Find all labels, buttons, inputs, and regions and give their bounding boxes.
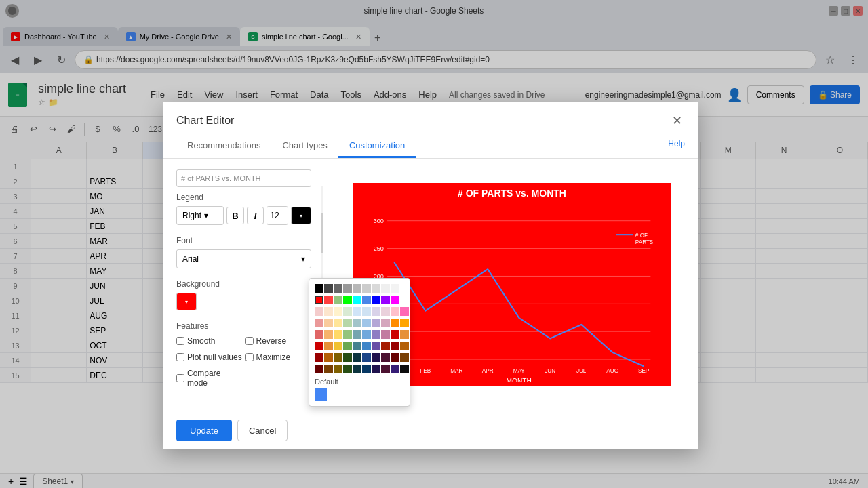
color-cell[interactable]: [324, 365, 333, 373]
color-cell[interactable]: [381, 296, 390, 304]
color-cell[interactable]: [353, 342, 361, 350]
color-cell[interactable]: [315, 296, 323, 304]
maximize-checkbox[interactable]: [245, 353, 254, 361]
color-cell[interactable]: [391, 365, 399, 373]
color-cell[interactable]: [343, 365, 352, 373]
font-selector-display[interactable]: Arial ▾: [176, 249, 311, 268]
color-cell[interactable]: [381, 353, 390, 362]
color-cell[interactable]: [315, 284, 323, 293]
color-cell[interactable]: [372, 365, 380, 373]
color-cell[interactable]: [353, 353, 361, 362]
legend-position-select[interactable]: Right ▾: [176, 206, 224, 225]
color-cell[interactable]: [334, 365, 342, 373]
color-cell[interactable]: [324, 353, 333, 362]
color-cell[interactable]: [353, 296, 361, 304]
color-cell[interactable]: [353, 284, 361, 293]
tab-recommendations[interactable]: Recommendations: [176, 135, 271, 158]
color-cell[interactable]: [343, 342, 352, 350]
color-cell[interactable]: [334, 319, 342, 327]
color-cell[interactable]: [381, 319, 390, 327]
background-color-swatch[interactable]: ▾: [176, 293, 197, 310]
color-cell[interactable]: [343, 330, 352, 339]
color-cell[interactable]: [400, 296, 409, 304]
color-cell[interactable]: [381, 330, 390, 339]
color-cell[interactable]: [315, 342, 323, 350]
color-cell[interactable]: [381, 307, 390, 316]
title-input-display[interactable]: # of PARTS vs. MONTH: [176, 169, 311, 187]
tab-chart-types[interactable]: Chart types: [271, 135, 338, 158]
color-cell[interactable]: [315, 319, 323, 327]
color-cell[interactable]: [353, 307, 361, 316]
color-cell[interactable]: [324, 307, 333, 316]
tab-customization[interactable]: Customization: [338, 135, 416, 158]
color-cell[interactable]: [400, 365, 409, 373]
color-cell[interactable]: [391, 319, 399, 327]
update-button[interactable]: Update: [176, 420, 232, 441]
color-cell[interactable]: [400, 330, 409, 339]
color-cell[interactable]: [381, 342, 390, 350]
reverse-checkbox[interactable]: [245, 337, 254, 345]
color-cell[interactable]: [315, 330, 323, 339]
color-cell[interactable]: [334, 307, 342, 316]
color-cell[interactable]: [324, 284, 333, 293]
color-cell[interactable]: [362, 296, 371, 304]
color-cell[interactable]: [381, 284, 390, 293]
color-cell[interactable]: [324, 330, 333, 339]
color-cell[interactable]: [353, 330, 361, 339]
color-cell[interactable]: [343, 353, 352, 362]
color-cell[interactable]: [353, 319, 361, 327]
color-cell[interactable]: [372, 284, 380, 293]
color-cell[interactable]: [400, 307, 409, 316]
color-cell[interactable]: [315, 365, 323, 373]
color-cell[interactable]: [324, 342, 333, 350]
color-cell[interactable]: [391, 330, 399, 339]
color-cell[interactable]: [324, 319, 333, 327]
color-cell[interactable]: [343, 296, 352, 304]
color-cell[interactable]: [324, 296, 333, 304]
color-cell[interactable]: [334, 330, 342, 339]
color-cell[interactable]: [362, 319, 371, 327]
color-cell[interactable]: [334, 296, 342, 304]
color-cell[interactable]: [400, 353, 409, 362]
cancel-button[interactable]: Cancel: [237, 420, 288, 441]
color-cell[interactable]: [372, 296, 380, 304]
color-cell[interactable]: [381, 365, 390, 373]
color-cell[interactable]: [391, 353, 399, 362]
color-cell[interactable]: [400, 319, 409, 327]
scroll-thumb[interactable]: [321, 213, 323, 253]
color-cell[interactable]: [334, 353, 342, 362]
color-cell[interactable]: [353, 365, 361, 373]
color-cell[interactable]: [343, 307, 352, 316]
color-cell[interactable]: [315, 353, 323, 362]
color-cell[interactable]: [334, 284, 342, 293]
editor-close-button[interactable]: ✕: [669, 113, 685, 129]
plot-null-checkbox[interactable]: [176, 353, 184, 361]
default-color-swatch[interactable]: [315, 388, 327, 401]
color-cell[interactable]: [362, 330, 371, 339]
color-cell[interactable]: [372, 353, 380, 362]
color-cell[interactable]: [400, 284, 409, 293]
color-cell[interactable]: [362, 353, 371, 362]
legend-italic-button[interactable]: I: [247, 207, 264, 224]
compare-checkbox[interactable]: [176, 374, 184, 382]
smooth-checkbox[interactable]: [176, 337, 184, 345]
color-cell[interactable]: [391, 342, 399, 350]
help-link[interactable]: Help: [668, 139, 685, 148]
color-cell[interactable]: [372, 342, 380, 350]
color-cell[interactable]: [343, 319, 352, 327]
color-cell[interactable]: [391, 296, 399, 304]
legend-size-display[interactable]: 12: [267, 206, 288, 225]
color-cell[interactable]: [372, 319, 380, 327]
color-cell[interactable]: [362, 342, 371, 350]
color-cell[interactable]: [362, 307, 371, 316]
color-cell[interactable]: [400, 342, 409, 350]
color-cell[interactable]: [362, 365, 371, 373]
color-cell[interactable]: [372, 307, 380, 316]
color-cell[interactable]: [334, 342, 342, 350]
color-cell[interactable]: [391, 307, 399, 316]
color-cell[interactable]: [315, 307, 323, 316]
legend-color-swatch[interactable]: ▾: [291, 207, 311, 224]
color-cell[interactable]: [362, 284, 371, 293]
color-cell[interactable]: [391, 284, 399, 293]
color-cell[interactable]: [372, 330, 380, 339]
